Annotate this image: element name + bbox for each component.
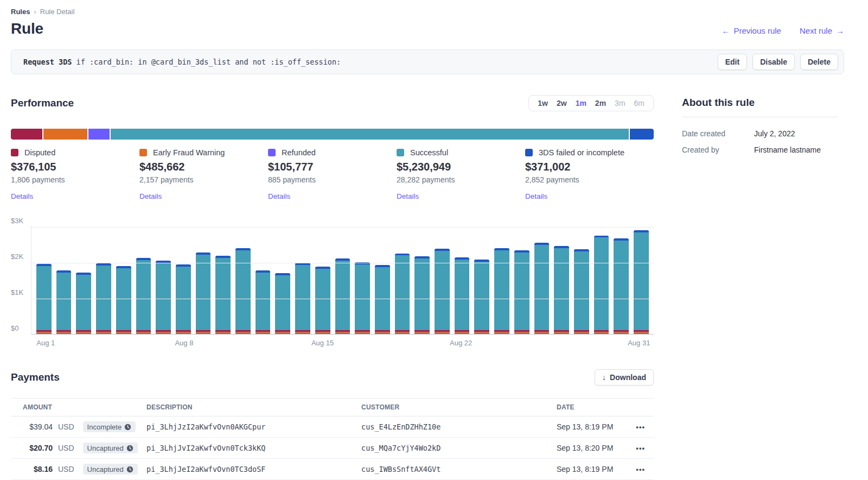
payments-volume-chart: Aug 1Aug 8Aug 15Aug 22Aug 31 $3K$2K$1K$0 xyxy=(11,215,654,352)
x-axis-tick-label: Aug 8 xyxy=(175,339,193,347)
details-link[interactable]: Details xyxy=(139,192,162,200)
metric-amount: $5,230,949 xyxy=(397,161,525,173)
details-link[interactable]: Details xyxy=(397,192,419,200)
column-header-amount: AMOUNT xyxy=(11,403,146,411)
metrics-legend: Disputed$376,1051,806 paymentsDetailsEar… xyxy=(11,148,654,201)
rule-definition-bar: Request 3DS if :card_bin: in @card_bin_3… xyxy=(11,49,844,74)
bar-aug-15 xyxy=(315,267,330,334)
payment-currency: USD xyxy=(58,444,74,452)
details-link[interactable]: Details xyxy=(525,192,547,200)
clock-icon xyxy=(126,466,133,473)
rule-expression: Request 3DS if :card_bin: in @card_bin_3… xyxy=(23,58,718,66)
metric-payment-count: 2,852 payments xyxy=(525,175,654,184)
bar-aug-21 xyxy=(435,249,450,334)
metric-label-row: Refunded xyxy=(268,148,397,157)
bar-aug-28 xyxy=(574,249,589,334)
payment-currency: USD xyxy=(58,465,74,473)
about-row-value: Firstname lastname xyxy=(754,146,821,154)
bar-aug-31 xyxy=(634,230,649,334)
metric-amount: $105,777 xyxy=(268,161,397,173)
metric-label-row: Disputed xyxy=(11,148,139,157)
metric-label: 3DS failed or incomplete xyxy=(539,148,624,157)
payment-row[interactable]: $8.16USDUncapturedpi_3LhjJeI2aKwfvOvn0TC… xyxy=(11,459,654,480)
x-axis-tick-label: Aug 31 xyxy=(628,339,650,347)
gridline xyxy=(31,334,654,334)
bar-segment xyxy=(414,258,430,330)
range-option-2m[interactable]: 2m xyxy=(591,99,610,108)
metric-amount: $376,105 xyxy=(11,161,139,173)
status-badge: Uncaptured xyxy=(83,443,138,453)
metric-amount: $371,002 xyxy=(525,161,654,173)
range-option-1m[interactable]: 1m xyxy=(572,99,590,108)
legend-swatch xyxy=(397,149,404,156)
chart-plot-area xyxy=(31,227,654,334)
bar-segment xyxy=(196,255,211,330)
amount-cell: $8.16USDUncaptured xyxy=(11,464,146,475)
legend-swatch xyxy=(11,149,18,156)
bar-segment xyxy=(256,273,271,331)
y-axis-tick-label: $3K xyxy=(11,217,23,225)
bar-aug-6 xyxy=(136,258,151,334)
about-row-label: Date created xyxy=(682,129,754,138)
payment-amount: $8.16 xyxy=(23,465,53,473)
edit-button[interactable]: Edit xyxy=(718,54,747,70)
bar-segment xyxy=(455,260,470,331)
gridline xyxy=(31,299,654,299)
about-row-value: July 2, 2022 xyxy=(754,129,795,138)
bar-aug-23 xyxy=(474,260,489,334)
bar-aug-11 xyxy=(235,248,251,334)
more-options-button[interactable]: ••• xyxy=(636,465,645,473)
breadcrumb-rules-link[interactable]: Rules xyxy=(11,8,30,16)
metric-payment-count: 2,157 payments xyxy=(139,175,268,184)
distribution-segment-3ds-failed-or-incomplete xyxy=(630,129,654,140)
disable-button[interactable]: Disable xyxy=(752,54,795,70)
payment-amount: $20.70 xyxy=(23,444,53,452)
bar-segment xyxy=(156,263,171,330)
metric-label-row: 3DS failed or incomplete xyxy=(525,148,654,157)
metric-payment-count: 885 payments xyxy=(268,175,397,184)
distribution-segment-successful xyxy=(111,129,629,140)
clock-icon xyxy=(126,445,133,452)
details-link[interactable]: Details xyxy=(11,192,33,200)
range-option-6m[interactable]: 6m xyxy=(630,99,648,108)
payment-description: pi_3LhjJzI2aKwfvOvn0AKGCpur xyxy=(146,422,361,431)
bar-aug-30 xyxy=(614,238,629,334)
range-option-2w[interactable]: 2w xyxy=(553,99,571,108)
details-link[interactable]: Details xyxy=(268,192,290,200)
bar-aug-29 xyxy=(594,236,609,334)
distribution-segment-disputed xyxy=(11,129,42,140)
more-options-button[interactable]: ••• xyxy=(636,444,645,452)
more-options-button[interactable]: ••• xyxy=(636,423,645,431)
status-label: Uncaptured xyxy=(87,444,124,452)
next-rule-link[interactable]: Next rule → xyxy=(800,26,844,35)
download-button[interactable]: ↓ Download xyxy=(595,369,654,386)
status-label: Incomplete xyxy=(87,423,122,431)
chevron-right-icon: › xyxy=(34,8,36,16)
bar-segment xyxy=(634,232,649,331)
metric-card: Disputed$376,1051,806 paymentsDetails xyxy=(11,148,139,201)
about-row: Created byFirstname lastname xyxy=(682,146,838,154)
payment-customer: cus_E4LzEnDZHhZ10e xyxy=(361,422,557,431)
payment-row[interactable]: $20.70USDUncapturedpi_3LhjJvI2aKwfvOvn0T… xyxy=(11,438,654,459)
previous-rule-link[interactable]: ← Previous rule xyxy=(722,26,781,35)
bar-aug-20 xyxy=(414,256,430,334)
bar-segment xyxy=(474,262,489,330)
metric-amount: $485,662 xyxy=(139,161,268,173)
page-title: Rule xyxy=(11,20,43,37)
delete-button[interactable]: Delete xyxy=(800,54,838,70)
bar-segment xyxy=(395,255,410,330)
payment-row[interactable]: $39.04USDIncompletepi_3LhjJzI2aKwfvOvn0A… xyxy=(11,416,654,438)
metric-card: Early Fraud Warning$485,6622,157 payment… xyxy=(139,148,268,201)
bar-segment xyxy=(295,265,310,330)
range-option-1w[interactable]: 1w xyxy=(534,99,552,108)
x-axis-tick-label: Aug 15 xyxy=(311,339,334,347)
bar-segment xyxy=(594,237,609,330)
metric-payment-count: 1,806 payments xyxy=(11,175,139,184)
status-badge: Incomplete xyxy=(83,421,136,432)
range-option-3m[interactable]: 3m xyxy=(611,99,629,108)
bar-segment xyxy=(554,248,569,331)
download-icon: ↓ xyxy=(602,373,606,382)
bar-segment xyxy=(96,266,111,330)
bar-segment xyxy=(355,264,370,330)
bar-aug-3 xyxy=(76,273,91,334)
